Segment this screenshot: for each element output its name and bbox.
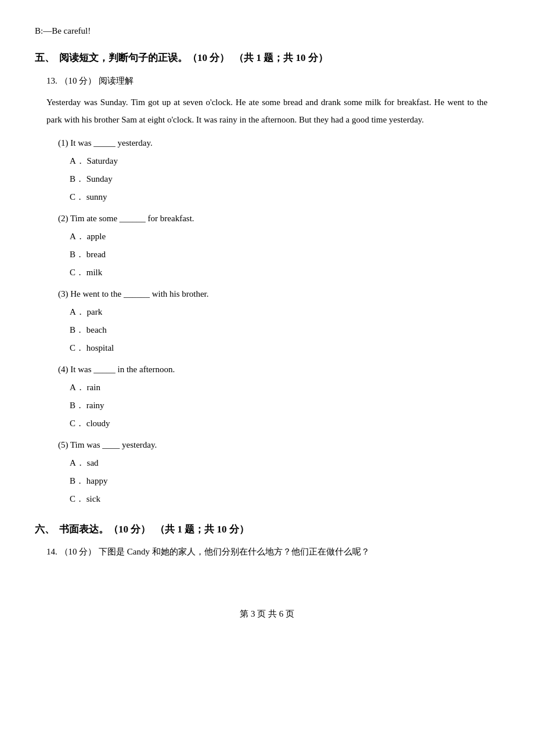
question13-type: 阅读理解	[99, 76, 134, 85]
sub-questions-container: (1) It was _____ yesterday.A． SaturdayB．…	[35, 135, 499, 507]
sub-question-4: (4) It was _____ in the afternoon.	[58, 362, 476, 377]
option-5-3: C． sick	[70, 491, 476, 507]
option-2-3: C． milk	[70, 265, 476, 280]
section6-title-text: 书面表达。（10 分）	[59, 521, 150, 539]
option-2-2: B． bread	[70, 247, 476, 262]
question14-meta: 14. （10 分） 下图是 Candy 和她的家人，他们分别在什么地方？他们正…	[46, 544, 499, 560]
b-line: B:—Be careful!	[35, 23, 499, 39]
option-1-1: A． Saturday	[70, 153, 476, 169]
question13-score: （10 分）	[60, 76, 97, 85]
section6-meta: （共 1 题；共 10 分）	[155, 521, 249, 539]
option-5-2: B． happy	[70, 473, 476, 489]
question14-score: （10 分）	[60, 547, 97, 556]
option-1-3: C． sunny	[70, 189, 476, 205]
section5-title-text: 阅读短文，判断句子的正误。（10 分）	[59, 49, 229, 67]
section6-number: 六、	[35, 521, 55, 539]
page-info: 第 3 页 共 6 页	[240, 609, 294, 618]
option-5-1: A． sad	[70, 455, 476, 471]
section6-title: 六、 书面表达。（10 分） （共 1 题；共 10 分）	[35, 521, 499, 539]
option-4-2: B． rainy	[70, 398, 476, 413]
option-3-2: B． beach	[70, 322, 476, 338]
question13-number: 13.	[46, 76, 57, 85]
question14-number: 14.	[46, 547, 57, 556]
option-4-3: C． cloudy	[70, 416, 476, 431]
page-footer: 第 3 页 共 6 页	[35, 606, 499, 622]
option-4-1: A． rain	[70, 380, 476, 395]
section5-title: 五、 阅读短文，判断句子的正误。（10 分） （共 1 题；共 10 分）	[35, 49, 499, 67]
question14-text: 下图是 Candy 和她的家人，他们分别在什么地方？他们正在做什么呢？	[99, 547, 370, 556]
sub-question-3: (3) He went to the ______ with his broth…	[58, 286, 476, 302]
option-3-1: A． park	[70, 304, 476, 320]
reading-passage: Yesterday was Sunday. Tim got up at seve…	[46, 93, 488, 128]
option-1-2: B． Sunday	[70, 171, 476, 187]
question13-meta: 13. （10 分） 阅读理解	[46, 73, 499, 89]
option-2-1: A． apple	[70, 229, 476, 244]
section5-meta: （共 1 题；共 10 分）	[234, 49, 328, 67]
sub-question-2: (2) Tim ate some ______ for breakfast.	[58, 211, 476, 226]
section5-number: 五、	[35, 49, 55, 67]
option-3-3: C． hospital	[70, 340, 476, 356]
sub-question-1: (1) It was _____ yesterday.	[58, 135, 476, 151]
sub-question-5: (5) Tim was ____ yesterday.	[58, 437, 476, 453]
